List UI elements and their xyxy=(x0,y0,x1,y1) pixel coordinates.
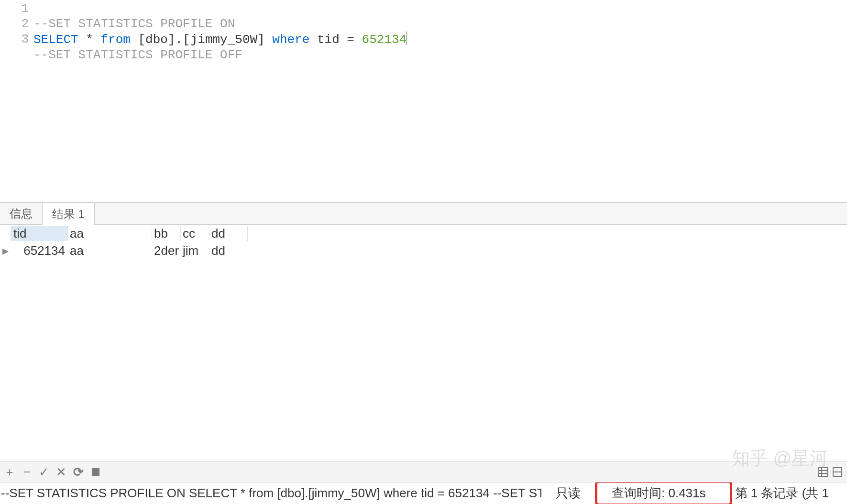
results-grid[interactable]: tid aa bb cc dd ▸ 652134 aa 2der jim dd xyxy=(0,225,847,461)
col-header-aa[interactable]: aa xyxy=(68,226,152,241)
apply-button[interactable]: ✓ xyxy=(38,466,50,478)
code-keyword: where xyxy=(272,33,309,47)
code-keyword: from xyxy=(100,33,130,47)
form-view-icon[interactable] xyxy=(832,466,843,478)
stop-icon xyxy=(92,468,99,476)
status-record-info: 第 1 条记录 (共 1 xyxy=(732,485,829,502)
cell-dd[interactable]: dd xyxy=(209,243,248,258)
col-header-dd[interactable]: dd xyxy=(209,226,248,241)
status-sql-text: --SET STATISTICS PROFILE ON SELECT * fro… xyxy=(1,486,541,501)
col-header-bb[interactable]: bb xyxy=(152,226,181,241)
svg-rect-0 xyxy=(819,468,827,476)
col-header-cc[interactable]: cc xyxy=(181,226,209,241)
cell-aa[interactable]: aa xyxy=(68,243,152,258)
tab-result-1[interactable]: 结果 1 xyxy=(43,203,95,225)
add-record-button[interactable]: + xyxy=(4,466,15,478)
form-icon xyxy=(832,467,843,477)
refresh-button[interactable]: ⟳ xyxy=(73,466,84,478)
text-cursor xyxy=(407,32,407,45)
row-marker-icon: ▸ xyxy=(0,243,11,258)
status-query-time: 查询时间: 0.431s xyxy=(595,482,732,504)
code-plain: tid = xyxy=(309,33,362,47)
cell-tid[interactable]: 652134 xyxy=(11,243,68,258)
line-number-gutter: 1 2 3 xyxy=(0,0,33,202)
code-comment: --SET STATISTICS PROFILE OFF xyxy=(33,48,242,62)
remove-record-button[interactable]: − xyxy=(21,466,33,478)
tab-info[interactable]: 信息 xyxy=(0,203,43,224)
table-row[interactable]: ▸ 652134 aa 2der jim dd xyxy=(0,242,847,259)
code-comment: --SET STATISTICS PROFILE ON xyxy=(33,17,235,31)
sql-editor[interactable]: 1 2 3 --SET STATISTICS PROFILE ON SELECT… xyxy=(0,0,847,203)
cancel-button[interactable]: ✕ xyxy=(55,466,67,478)
code-keyword: SELECT xyxy=(33,33,78,47)
code-area[interactable]: --SET STATISTICS PROFILE ON SELECT * fro… xyxy=(33,0,847,202)
line-number: 2 xyxy=(0,16,29,32)
code-plain: [dbo].[jimmy_50W] xyxy=(131,33,272,47)
cell-bb[interactable]: 2der xyxy=(152,243,181,258)
record-toolbar: + − ✓ ✕ ⟳ xyxy=(0,461,847,482)
toolbar-right-icons xyxy=(817,466,843,478)
line-number: 1 xyxy=(0,1,29,16)
col-header-tid[interactable]: tid xyxy=(11,226,68,241)
status-bar: --SET STATISTICS PROFILE ON SELECT * fro… xyxy=(0,482,847,504)
grid-icon xyxy=(818,467,828,477)
grid-view-icon[interactable] xyxy=(817,466,829,478)
code-plain: * xyxy=(78,33,101,47)
grid-header-row: tid aa bb cc dd xyxy=(0,225,847,242)
cell-cc[interactable]: jim xyxy=(181,243,209,258)
status-mode: 只读 xyxy=(541,485,595,502)
line-number: 3 xyxy=(0,32,29,47)
stop-button[interactable] xyxy=(90,466,101,478)
results-tab-bar: 信息 结果 1 xyxy=(0,203,847,225)
code-number: 652134 xyxy=(362,33,407,47)
